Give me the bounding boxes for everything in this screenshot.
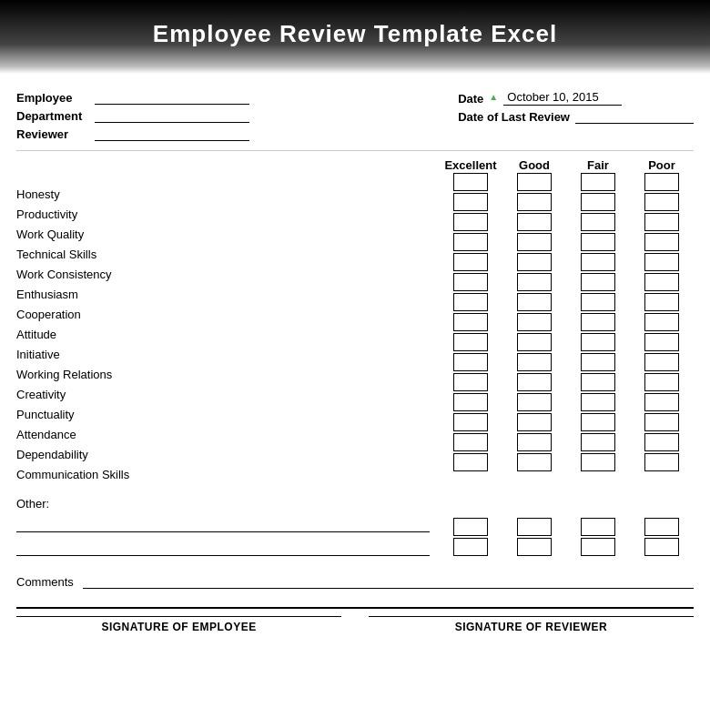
rating-box-excellent-1[interactable] — [453, 193, 488, 211]
rating-box-good-7[interactable] — [517, 313, 552, 331]
other-line-2[interactable] — [16, 540, 430, 556]
rating-box-good-9[interactable] — [517, 353, 552, 371]
skill-name: Dependability — [16, 448, 198, 461]
rating-box-fair-9[interactable] — [581, 353, 615, 371]
rating-box-fair-11[interactable] — [581, 393, 615, 411]
rating-box-excellent-11[interactable] — [453, 393, 488, 411]
info-right: Date ▲ October 10, 2015 Date of Last Rev… — [458, 90, 694, 141]
skill-name: Communication Skills — [16, 468, 198, 481]
skill-name: Work Quality — [16, 228, 198, 241]
rating-box-excellent-2[interactable] — [453, 213, 488, 231]
employee-input[interactable] — [95, 90, 249, 105]
reviewer-sig-line — [369, 616, 694, 617]
rating-box-excellent-0[interactable] — [453, 173, 488, 191]
skill-name: Work Consistency — [16, 268, 198, 281]
skill-row: Enthusiasm — [16, 284, 439, 304]
rating-box-fair-2[interactable] — [581, 213, 615, 231]
skill-name: Punctuality — [16, 408, 198, 421]
other-box-fair-2[interactable] — [581, 538, 615, 556]
rating-box-poor-6[interactable] — [644, 293, 679, 311]
info-section: Employee Department Reviewer Date ▲ Octo… — [16, 83, 694, 141]
rating-box-fair-0[interactable] — [581, 173, 615, 191]
other-line-1[interactable] — [16, 516, 430, 532]
rating-box-poor-10[interactable] — [644, 373, 679, 391]
rating-box-good-13[interactable] — [517, 433, 552, 451]
rating-box-poor-14[interactable] — [644, 453, 679, 471]
rating-box-excellent-9[interactable] — [453, 353, 488, 371]
rating-box-poor-1[interactable] — [644, 193, 679, 211]
rating-box-poor-3[interactable] — [644, 233, 679, 251]
rating-box-fair-6[interactable] — [581, 293, 615, 311]
divider — [16, 150, 694, 151]
reviewer-row: Reviewer — [16, 126, 249, 141]
last-review-input[interactable] — [575, 109, 694, 124]
rating-box-fair-8[interactable] — [581, 333, 615, 351]
rating-box-good-12[interactable] — [517, 413, 552, 431]
rating-box-good-10[interactable] — [517, 373, 552, 391]
rating-col-poor — [630, 172, 694, 472]
rating-box-excellent-3[interactable] — [453, 233, 488, 251]
rating-box-poor-5[interactable] — [644, 273, 679, 291]
rating-box-poor-0[interactable] — [644, 173, 679, 191]
rating-box-good-3[interactable] — [517, 233, 552, 251]
other-box-good-2[interactable] — [517, 538, 552, 556]
other-box-poor-1[interactable] — [644, 518, 679, 536]
other-boxes — [439, 518, 694, 556]
rating-box-excellent-13[interactable] — [453, 433, 488, 451]
skill-name: Initiative — [16, 348, 198, 361]
signature-section: SIGNATURE OF EMPLOYEE SIGNATURE OF REVIE… — [16, 607, 694, 633]
skill-row: Attendance — [16, 424, 439, 444]
rating-box-good-5[interactable] — [517, 273, 552, 291]
rating-box-poor-12[interactable] — [644, 413, 679, 431]
rating-box-good-1[interactable] — [517, 193, 552, 211]
rating-box-excellent-10[interactable] — [453, 373, 488, 391]
rating-box-good-6[interactable] — [517, 293, 552, 311]
employee-sig-line — [16, 616, 341, 617]
rating-box-fair-3[interactable] — [581, 233, 615, 251]
rating-box-excellent-14[interactable] — [453, 453, 488, 471]
rating-box-fair-13[interactable] — [581, 433, 615, 451]
other-box-fair-1[interactable] — [581, 518, 615, 536]
rating-box-excellent-6[interactable] — [453, 293, 488, 311]
rating-box-good-4[interactable] — [517, 253, 552, 271]
other-content — [16, 516, 694, 556]
info-left: Employee Department Reviewer — [16, 90, 249, 141]
rating-box-fair-10[interactable] — [581, 373, 615, 391]
rating-box-good-8[interactable] — [517, 333, 552, 351]
rating-box-poor-8[interactable] — [644, 333, 679, 351]
rating-box-fair-14[interactable] — [581, 453, 615, 471]
rating-headers: Excellent Good Fair Poor — [439, 158, 694, 172]
rating-box-excellent-5[interactable] — [453, 273, 488, 291]
rating-box-good-14[interactable] — [517, 453, 552, 471]
other-box-excellent-2[interactable] — [453, 538, 488, 556]
rating-box-excellent-12[interactable] — [453, 413, 488, 431]
skill-row: Honesty — [16, 184, 439, 204]
rating-box-fair-12[interactable] — [581, 413, 615, 431]
rating-box-good-11[interactable] — [517, 393, 552, 411]
skill-row: Work Quality — [16, 224, 439, 244]
rating-box-fair-5[interactable] — [581, 273, 615, 291]
rating-box-poor-13[interactable] — [644, 433, 679, 451]
rating-box-poor-4[interactable] — [644, 253, 679, 271]
other-box-excellent-1[interactable] — [453, 518, 488, 536]
rating-box-fair-7[interactable] — [581, 313, 615, 331]
rating-box-good-0[interactable] — [517, 173, 552, 191]
reviewer-input[interactable] — [95, 126, 249, 141]
other-box-poor-2[interactable] — [644, 538, 679, 556]
skill-name: Enthusiasm — [16, 288, 198, 301]
comments-input[interactable] — [83, 572, 694, 589]
rating-box-excellent-4[interactable] — [453, 253, 488, 271]
rating-box-fair-1[interactable] — [581, 193, 615, 211]
other-box-good-1[interactable] — [517, 518, 552, 536]
rating-box-excellent-8[interactable] — [453, 333, 488, 351]
rating-box-poor-11[interactable] — [644, 393, 679, 411]
rating-box-good-2[interactable] — [517, 213, 552, 231]
rating-box-excellent-7[interactable] — [453, 313, 488, 331]
skill-row: Creativity — [16, 384, 439, 404]
rating-box-poor-9[interactable] — [644, 353, 679, 371]
rating-box-fair-4[interactable] — [581, 253, 615, 271]
rating-box-poor-7[interactable] — [644, 313, 679, 331]
department-input[interactable] — [95, 108, 249, 123]
rating-box-poor-2[interactable] — [644, 213, 679, 231]
skill-name: Technical Skills — [16, 248, 198, 261]
